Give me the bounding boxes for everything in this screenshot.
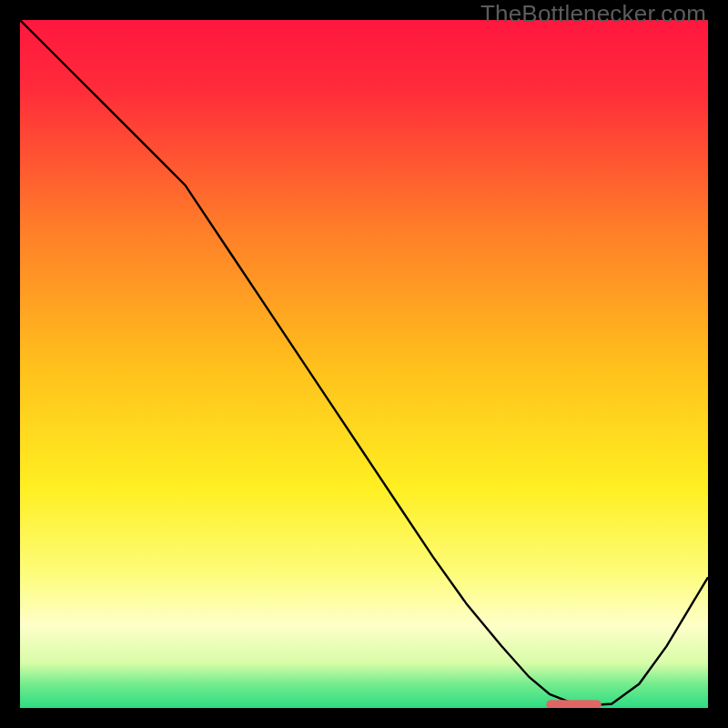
- optimal-marker: [546, 700, 601, 708]
- chart-frame: [20, 20, 708, 708]
- watermark-text: TheBottlenecker.com: [480, 0, 706, 28]
- chart-plot: [20, 20, 708, 708]
